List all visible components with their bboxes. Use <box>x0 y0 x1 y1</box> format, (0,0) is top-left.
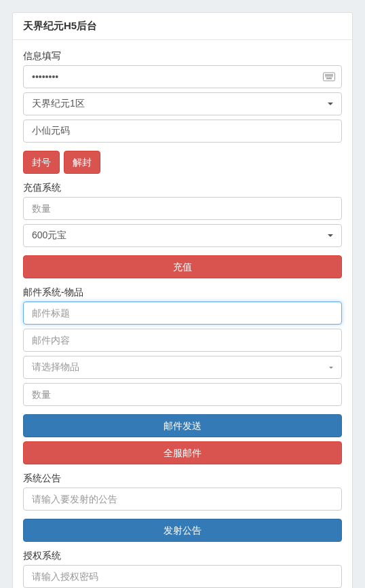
admin-panel: 天界纪元H5后台 信息填写 天界纪元1区 <box>12 12 353 588</box>
panel-title: 天界纪元H5后台 <box>23 20 342 33</box>
auth-code-input[interactable] <box>23 565 342 588</box>
unban-button[interactable]: 解封 <box>64 151 100 174</box>
auth-label: 授权系统 <box>23 550 342 562</box>
notice-send-button[interactable]: 发射公告 <box>23 519 342 542</box>
server-select-value: 天界纪元1区 <box>32 98 85 110</box>
recharge-amount-value: 600元宝 <box>32 229 66 242</box>
chevron-down-icon <box>328 234 333 237</box>
name-input[interactable] <box>23 120 342 143</box>
panel-body: 信息填写 天界纪元1区 封号 解封 <box>13 40 352 588</box>
mail-content-input[interactable] <box>23 329 342 352</box>
recharge-button[interactable]: 充值 <box>23 255 342 278</box>
server-select[interactable]: 天界纪元1区 <box>23 92 342 115</box>
recharge-amount-select[interactable]: 600元宝 <box>23 224 342 247</box>
recharge-label: 充值系统 <box>23 182 342 194</box>
chevron-down-icon <box>329 367 333 369</box>
recharge-qty-input[interactable] <box>23 197 342 220</box>
panel-heading: 天界纪元H5后台 <box>13 13 352 40</box>
mail-qty-input[interactable] <box>23 383 342 406</box>
mail-label: 邮件系统-物品 <box>23 287 342 299</box>
mail-send-button[interactable]: 邮件发送 <box>23 414 342 437</box>
password-input[interactable] <box>23 65 342 88</box>
mail-item-select[interactable]: 请选择物品 <box>23 356 342 379</box>
ban-button[interactable]: 封号 <box>23 151 60 174</box>
notice-input[interactable] <box>23 488 342 511</box>
info-label: 信息填写 <box>23 50 342 62</box>
mail-title-input[interactable] <box>23 301 342 325</box>
mail-all-button[interactable]: 全服邮件 <box>23 441 342 464</box>
mail-item-placeholder: 请选择物品 <box>32 361 79 373</box>
notice-label: 系统公告 <box>23 473 342 485</box>
chevron-down-icon <box>328 103 333 105</box>
